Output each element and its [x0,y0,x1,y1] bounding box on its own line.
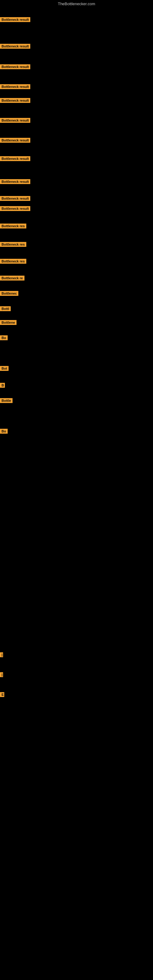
bottleneck-result-row-26: E [0,692,4,698]
bottleneck-result-row-24: | [0,652,3,659]
bottleneck-result-row-12: Bottleneck res [0,224,26,230]
bottleneck-result-row-7: Bottleneck result [0,138,30,144]
bottleneck-result-row-10: Bottleneck result [0,196,30,202]
bottleneck-result-row-3: Bottleneck result [0,64,30,70]
bottleneck-result-row-15: Bottleneck re [0,275,24,282]
bottleneck-badge-21[interactable]: B [0,383,5,388]
bottleneck-badge-16[interactable]: Bottlenec [0,291,18,296]
bottleneck-badge-26[interactable]: E [0,692,4,697]
bottleneck-badge-5[interactable]: Bottleneck result [0,98,30,103]
bottleneck-badge-7[interactable]: Bottleneck result [0,138,30,143]
bottleneck-result-row-6: Bottleneck result [0,118,30,124]
bottleneck-badge-25[interactable]: | [0,672,3,677]
bottleneck-result-row-1: Bottleneck result [0,17,30,23]
bottleneck-badge-3[interactable]: Bottleneck result [0,64,30,69]
bottleneck-result-row-11: Bottleneck result [0,206,30,212]
bottleneck-badge-4[interactable]: Bottleneck result [0,84,30,89]
bottleneck-badge-1[interactable]: Bottleneck result [0,17,30,22]
bottleneck-result-row-18: Bottlene [0,320,16,326]
bottleneck-result-row-14: Bottleneck res [0,259,26,265]
bottleneck-badge-10[interactable]: Bottleneck result [0,196,30,201]
bottleneck-badge-6[interactable]: Bottleneck result [0,118,30,123]
bottleneck-result-row-16: Bottlenec [0,291,18,297]
bottleneck-badge-23[interactable]: Bo [0,429,8,434]
bottleneck-badge-20[interactable]: Bot [0,366,9,371]
bottleneck-badge-14[interactable]: Bottleneck res [0,259,26,264]
bottleneck-result-row-17: Bottl [0,306,11,312]
bottleneck-badge-12[interactable]: Bottleneck res [0,224,26,229]
bottleneck-result-row-19: Bo [0,335,8,342]
bottleneck-result-row-23: Bo [0,429,8,435]
bottleneck-result-row-4: Bottleneck result [0,84,30,90]
bottleneck-result-row-13: Bottleneck res [0,242,26,248]
bottleneck-result-row-2: Bottleneck result [0,44,30,50]
site-title: TheBottlenecker.com [0,0,153,8]
bottleneck-badge-11[interactable]: Bottleneck result [0,206,30,211]
bottleneck-result-row-5: Bottleneck result [0,98,30,104]
bottleneck-result-row-20: Bot [0,366,9,372]
bottleneck-badge-15[interactable]: Bottleneck re [0,275,24,280]
bottleneck-badge-2[interactable]: Bottleneck result [0,44,30,49]
bottleneck-result-row-9: Bottleneck result [0,179,30,185]
bottleneck-badge-9[interactable]: Bottleneck result [0,179,30,184]
bottleneck-result-row-8: Bottleneck result [0,156,30,162]
bottleneck-badge-13[interactable]: Bottleneck res [0,242,26,247]
bottleneck-badge-24[interactable]: | [0,652,3,657]
bottleneck-badge-17[interactable]: Bottl [0,306,11,311]
bottleneck-badge-8[interactable]: Bottleneck result [0,156,30,161]
bottleneck-result-row-21: B [0,383,5,389]
bottleneck-badge-22[interactable]: Bottle [0,398,13,403]
bottleneck-badge-19[interactable]: Bo [0,335,8,340]
bottleneck-result-row-25: | [0,672,3,678]
bottleneck-result-row-22: Bottle [0,398,13,404]
bottleneck-badge-18[interactable]: Bottlene [0,320,16,325]
